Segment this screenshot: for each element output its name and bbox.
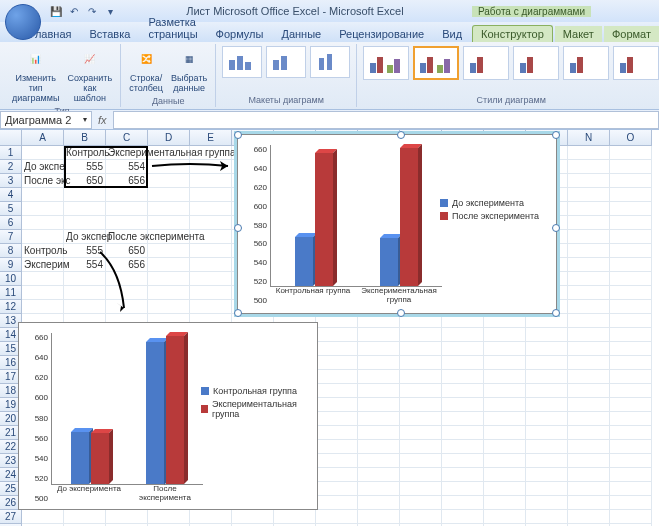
svg-rect-19 [570, 63, 576, 73]
cell-C8[interactable]: 650 [106, 244, 148, 258]
row-head-10[interactable]: 10 [0, 272, 22, 286]
col-head-C[interactable]: C [106, 130, 148, 146]
svg-rect-9 [387, 65, 393, 73]
col-head-N[interactable]: N [568, 130, 610, 146]
save-template-button[interactable]: 📈 Сохранить как шаблон [65, 46, 114, 106]
chart1-plot-area [270, 145, 442, 287]
worksheet-grid[interactable]: ABCDEFGHIJKLMNO 123456789101112131415161… [0, 130, 659, 526]
chart2-legend: Контрольная группаЭкспериментальная груп… [201, 383, 311, 422]
cell-A8[interactable]: Контроль [22, 244, 64, 258]
svg-rect-6 [327, 54, 332, 70]
svg-rect-3 [273, 60, 279, 70]
layout-gallery[interactable] [222, 46, 350, 78]
ribbon: 📊 Изменить тип диаграммы 📈 Сохранить как… [0, 42, 659, 110]
col-head-B[interactable]: B [64, 130, 106, 146]
row-head-8[interactable]: 8 [0, 244, 22, 258]
cell-B9[interactable]: 554 [64, 258, 106, 272]
group-data-label: Данные [152, 96, 185, 106]
style-gallery[interactable] [363, 46, 659, 80]
svg-rect-7 [370, 63, 376, 73]
style-thumb-2[interactable] [413, 46, 459, 80]
formula-bar[interactable] [113, 111, 659, 129]
cell-B8[interactable]: 555 [64, 244, 106, 258]
col-head-E[interactable]: E [190, 130, 232, 146]
svg-rect-1 [237, 56, 243, 70]
group-styles-label: Стили диаграмм [477, 95, 546, 105]
cell-A3[interactable]: После экс [22, 174, 64, 188]
cell-A9[interactable]: Эксперим [22, 258, 64, 272]
svg-rect-21 [620, 63, 626, 73]
style-thumb-5[interactable] [563, 46, 609, 80]
fx-icon[interactable]: fx [92, 114, 113, 126]
formula-bar-row: Диаграмма 2▾ fx [0, 110, 659, 130]
row-head-4[interactable]: 4 [0, 188, 22, 202]
switch-icon: 🔀 [134, 48, 158, 72]
style-thumb-3[interactable] [463, 46, 509, 80]
cell-C7[interactable]: После эксперимента [106, 230, 148, 244]
row-head-9[interactable]: 9 [0, 258, 22, 272]
style-thumb-6[interactable] [613, 46, 659, 80]
row-head-6[interactable]: 6 [0, 216, 22, 230]
row-head-2[interactable]: 2 [0, 160, 22, 174]
svg-rect-12 [427, 57, 433, 73]
office-orb[interactable] [5, 4, 41, 40]
row-head-7[interactable]: 7 [0, 230, 22, 244]
svg-rect-10 [394, 59, 400, 73]
row-head-1[interactable]: 1 [0, 146, 22, 160]
title-bar: 💾 ↶ ↷ ▾ Лист Microsoft Office Excel - Mi… [0, 0, 659, 22]
undo-icon[interactable]: ↶ [66, 3, 82, 19]
tab-data[interactable]: Данные [273, 26, 329, 42]
cell-B7[interactable]: До экспер [64, 230, 106, 244]
style-thumb-1[interactable] [363, 46, 409, 80]
tab-formulas[interactable]: Формулы [208, 26, 272, 42]
tab-review[interactable]: Рецензирование [331, 26, 432, 42]
tab-layout[interactable]: Макет [555, 26, 602, 42]
col-head-A[interactable]: A [22, 130, 64, 146]
context-title: Работа с диаграммами [472, 6, 591, 17]
svg-rect-20 [577, 57, 583, 73]
tab-pagelayout[interactable]: Разметка страницы [140, 14, 205, 42]
tab-insert[interactable]: Вставка [81, 26, 138, 42]
chart-object-1[interactable]: 660640620600580560540520500 Контрольная … [237, 134, 557, 314]
row-head-11[interactable]: 11 [0, 286, 22, 300]
row-head-27[interactable]: 27 [0, 510, 22, 524]
cell-C9[interactable]: 656 [106, 258, 148, 272]
row-head-3[interactable]: 3 [0, 174, 22, 188]
tab-designer[interactable]: Конструктор [472, 25, 553, 42]
svg-rect-16 [477, 57, 483, 73]
chart2-plot-area [51, 333, 203, 485]
save-template-icon: 📈 [78, 48, 102, 72]
select-data-button[interactable]: ▦ Выбрать данные [169, 46, 209, 96]
group-layouts-label: Макеты диаграмм [249, 95, 324, 105]
switch-row-col-button[interactable]: 🔀 Строка/столбец [127, 46, 165, 96]
col-head-O[interactable]: O [610, 130, 652, 146]
selection-range [64, 146, 148, 188]
svg-rect-8 [377, 57, 383, 73]
cell-A2[interactable]: До экспе [22, 160, 64, 174]
col-head-D[interactable]: D [148, 130, 190, 146]
svg-rect-14 [444, 59, 450, 73]
name-box[interactable]: Диаграмма 2▾ [0, 111, 92, 129]
layout-thumb-1[interactable] [222, 46, 262, 78]
tab-format[interactable]: Формат [604, 26, 659, 42]
svg-rect-2 [245, 62, 251, 70]
qat-more-icon[interactable]: ▾ [102, 3, 118, 19]
tab-view[interactable]: Вид [434, 26, 470, 42]
chart-type-icon: 📊 [24, 48, 48, 72]
svg-rect-17 [520, 63, 526, 73]
save-icon[interactable]: 💾 [48, 3, 64, 19]
chart1-legend: До экспериментаПосле эксперимента [440, 195, 550, 224]
change-chart-type-button[interactable]: 📊 Изменить тип диаграммы [10, 46, 61, 106]
chart-object-2[interactable]: 660640620600580560540520500 До экспериме… [18, 322, 318, 510]
row-head-12[interactable]: 12 [0, 300, 22, 314]
select-all-corner[interactable] [0, 130, 22, 146]
svg-rect-5 [319, 58, 324, 70]
row-head-5[interactable]: 5 [0, 202, 22, 216]
redo-icon[interactable]: ↷ [84, 3, 100, 19]
quick-access-toolbar: 💾 ↶ ↷ ▾ [48, 3, 118, 19]
ribbon-tabs: Главная Вставка Разметка страницы Формул… [0, 22, 659, 42]
layout-thumb-3[interactable] [310, 46, 350, 78]
chart2-y-axis: 660640620600580560540520500 [23, 333, 51, 503]
style-thumb-4[interactable] [513, 46, 559, 80]
layout-thumb-2[interactable] [266, 46, 306, 78]
